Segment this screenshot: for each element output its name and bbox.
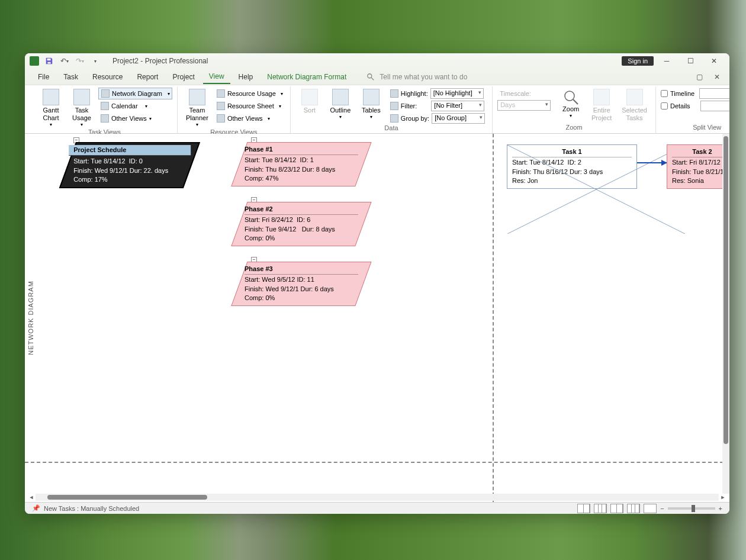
close-button[interactable]: ✕ — [703, 53, 725, 69]
network-diagram-dropdown[interactable]: Network Diagram▾ — [98, 88, 172, 99]
details-checkbox[interactable] — [661, 102, 668, 110]
search-input[interactable]: Tell me what you want to do — [380, 73, 467, 81]
node-title: Phase #2 — [245, 205, 358, 215]
node-title: Project Schedule — [69, 145, 191, 156]
task-usage-button[interactable]: TaskUsage▾ — [67, 88, 96, 128]
hscroll-right[interactable]: ► — [719, 494, 727, 501]
menu-view[interactable]: View — [203, 70, 230, 84]
signin-button[interactable]: Sign in — [622, 56, 654, 66]
app-icon — [30, 56, 39, 66]
group-dropdown[interactable]: [No Group] — [432, 113, 485, 124]
details-dropdown — [700, 101, 729, 111]
undo-button[interactable]: ↶▾ — [59, 56, 70, 66]
menu-report[interactable]: Report — [131, 70, 164, 83]
menu-network-diagram-format[interactable]: Network Diagram Format — [261, 70, 352, 83]
details-checkbox-row[interactable]: Details — [661, 100, 729, 112]
ribbon-group-data: Sort Outline▾ Tables▾ Highlight:[No High… — [291, 86, 493, 133]
ribbon-label-zoom: Zoom — [497, 124, 651, 132]
node-title: Task 1 — [512, 147, 632, 157]
app-window: ↶▾ ↷▾ ▾ Project2 - Project Professional … — [25, 53, 729, 514]
highlight-row: Highlight:[No Highlight] — [388, 88, 487, 99]
save-button[interactable] — [44, 56, 54, 66]
menu-resource[interactable]: Resource — [86, 70, 128, 83]
node-task-2[interactable]: Task 2 Start: Fri 8/17/12 Finish: Tue 8/… — [667, 144, 729, 189]
ribbon-group-resource-views: TeamPlanner▾ Resource Usage▾ Resource Sh… — [178, 86, 291, 133]
statusbar: 📌 New Tasks : Manually Scheduled − + — [25, 502, 729, 514]
zoom-out[interactable]: − — [660, 505, 664, 512]
node-title: Phase #3 — [245, 265, 358, 275]
timeline-checkbox[interactable] — [661, 90, 668, 97]
horizontal-scrollbar[interactable]: ◄ ► — [36, 494, 719, 501]
view-btn-1[interactable] — [577, 504, 590, 513]
gantt-chart-button[interactable]: GanttChart▾ — [37, 88, 65, 128]
dependency-arrow — [637, 162, 667, 163]
zoom-icon — [562, 89, 579, 105]
menu-task[interactable]: Task — [57, 70, 84, 83]
menu-file[interactable]: File — [32, 70, 55, 83]
entire-project-button: EntireProject — [587, 88, 616, 123]
close-doc-button[interactable]: ✕ — [712, 72, 722, 82]
ribbon: GanttChart▾ TaskUsage▾ Network Diagram▾ … — [25, 85, 729, 134]
menubar: File Task Resource Report Project View H… — [25, 69, 729, 85]
node-phase-2[interactable]: − Phase #2 Start: Fri 8/24/12 ID: 6 Fini… — [239, 202, 364, 246]
tables-button[interactable]: Tables▾ — [357, 88, 385, 121]
svg-point-0 — [368, 73, 372, 78]
ribbon-label-split-view: Split View — [661, 124, 729, 132]
minimize-button[interactable]: ─ — [656, 53, 677, 69]
outline-button[interactable]: Outline▾ — [326, 88, 355, 121]
zoom-in[interactable]: + — [719, 505, 722, 512]
node-project-schedule[interactable]: − Project Schedule Start: Tue 8/14/12 ID… — [67, 142, 192, 188]
node-title: Phase #1 — [245, 145, 358, 155]
hscroll-thumb[interactable] — [47, 495, 207, 500]
pin-icon: 📌 — [32, 504, 40, 512]
view-btn-5[interactable] — [644, 504, 657, 513]
team-planner-button[interactable]: TeamPlanner▾ — [182, 88, 212, 128]
network-diagram-canvas[interactable]: NETWORK DIAGRAM − Project Schedule Start… — [25, 134, 729, 502]
ribbon-group-task-views: GanttChart▾ TaskUsage▾ Network Diagram▾ … — [32, 86, 178, 133]
app-name: Project Professional — [145, 57, 208, 65]
menu-help[interactable]: Help — [233, 70, 259, 83]
other-views-button[interactable]: Other Views▾ — [98, 112, 172, 124]
svg-point-2 — [565, 91, 574, 101]
titlebar: ↶▾ ↷▾ ▾ Project2 - Project Professional … — [25, 53, 729, 69]
filter-dropdown[interactable]: [No Filter] — [431, 101, 484, 111]
view-btn-2[interactable] — [594, 504, 607, 513]
hscroll-left[interactable]: ◄ — [27, 494, 36, 501]
filter-row: Filter:[No Filter] — [388, 100, 487, 112]
vertical-scrollbar[interactable] — [722, 134, 729, 494]
sort-button: Sort — [295, 88, 324, 115]
group-row: Group by:[No Group] — [388, 112, 487, 124]
qat-customize[interactable]: ▾ — [90, 56, 101, 66]
ribbon-display-button[interactable]: ▢ — [694, 72, 705, 82]
redo-button[interactable]: ↷▾ — [75, 56, 85, 66]
selected-tasks-button: SelectedTasks — [618, 88, 651, 123]
svg-line-1 — [371, 77, 374, 79]
ribbon-group-zoom: Timescale: Days Zoom▾ EntireProject Sele… — [493, 86, 656, 133]
node-title: Task 2 — [672, 147, 729, 157]
zoom-slider[interactable] — [668, 507, 715, 510]
node-phase-3[interactable]: − Phase #3 Start: Wed 9/5/12 ID: 11 Fini… — [239, 262, 364, 306]
search-icon — [366, 73, 375, 81]
node-task-1[interactable]: Task 1 Start: Tue 8/14/12 ID: 2 Finish: … — [507, 144, 637, 189]
ribbon-label-data: Data — [295, 124, 487, 133]
timescale-dropdown: Days — [497, 100, 551, 111]
resource-usage-button[interactable]: Resource Usage▾ — [214, 88, 285, 99]
document-title: Project2 — [112, 57, 139, 65]
timeline-checkbox-row[interactable]: Timeline — [661, 88, 729, 99]
menu-project[interactable]: Project — [166, 70, 200, 83]
maximize-button[interactable]: ☐ — [680, 53, 701, 69]
resource-sheet-button[interactable]: Resource Sheet▾ — [214, 100, 285, 112]
view-btn-3[interactable] — [610, 504, 623, 513]
ribbon-group-split-view: Timeline Details Split View — [656, 86, 729, 133]
svg-line-3 — [573, 99, 578, 104]
status-text: New Tasks : Manually Scheduled — [44, 505, 139, 512]
other-resource-views-button[interactable]: Other Views▾ — [214, 112, 285, 124]
view-btn-4[interactable] — [627, 504, 640, 513]
highlight-dropdown[interactable]: [No Highlight] — [430, 88, 484, 99]
timescale-label: Timescale: — [497, 88, 551, 99]
vscroll-thumb[interactable] — [724, 136, 728, 444]
timeline-dropdown — [699, 88, 729, 99]
zoom-button[interactable]: Zoom▾ — [557, 88, 585, 120]
node-phase-1[interactable]: − Phase #1 Start: Tue 8/14/12 ID: 1 Fini… — [239, 142, 364, 186]
calendar-button[interactable]: Calendar▾ — [98, 100, 172, 112]
